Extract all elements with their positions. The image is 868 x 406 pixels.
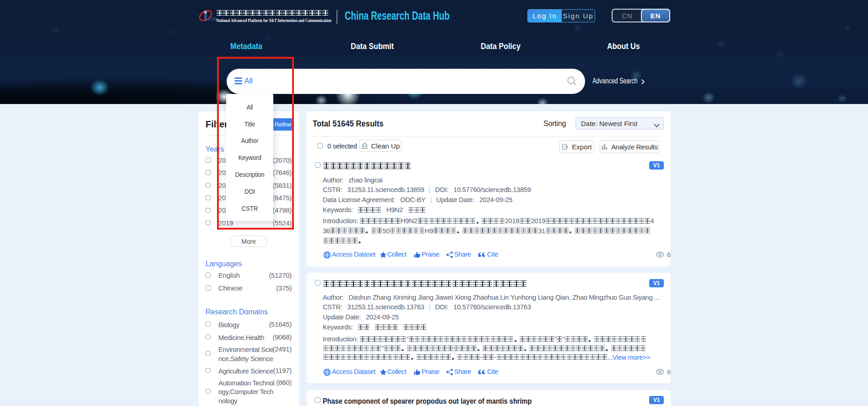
svg-text:STIC: STIC <box>207 17 216 22</box>
